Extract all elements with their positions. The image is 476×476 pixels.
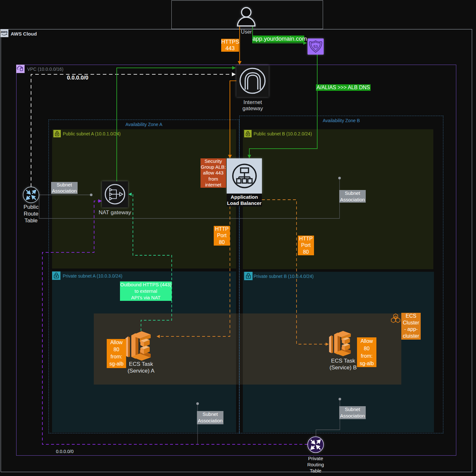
svg-text:53: 53 — [313, 45, 318, 49]
svg-text:aws: aws — [1, 30, 8, 34]
